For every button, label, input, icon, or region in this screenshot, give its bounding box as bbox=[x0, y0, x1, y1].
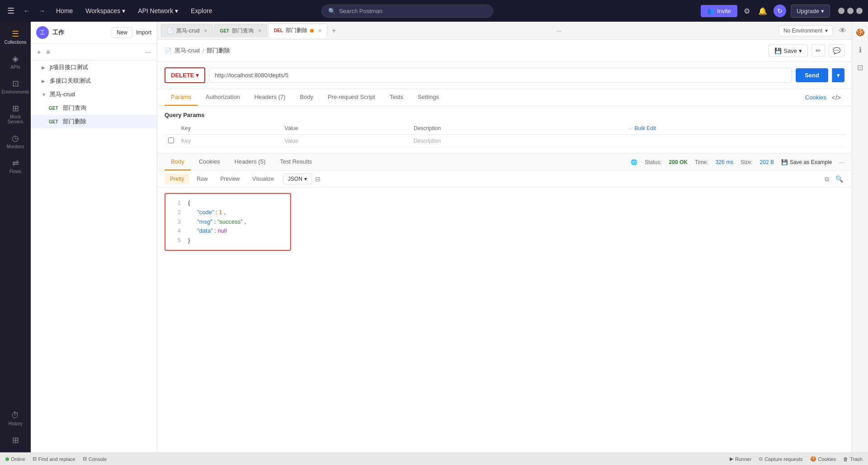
notification-button[interactable]: 🔔 bbox=[756, 5, 769, 17]
format-tab-pretty[interactable]: Pretty bbox=[165, 174, 189, 184]
eye-button[interactable]: 👁 bbox=[837, 25, 848, 37]
forward-button[interactable]: → bbox=[37, 5, 47, 16]
runner-button[interactable]: ▶ Runner bbox=[730, 456, 751, 462]
send-button[interactable]: Send bbox=[796, 68, 828, 82]
new-collection-button[interactable]: New bbox=[112, 27, 132, 38]
tab-more-button[interactable]: ··· bbox=[555, 25, 564, 36]
tab-close-button[interactable]: × bbox=[258, 28, 261, 34]
tree-item-heima[interactable]: ▼ 黑马-crud bbox=[31, 88, 157, 101]
tab-settings[interactable]: Settings bbox=[411, 89, 445, 106]
row-checkbox[interactable] bbox=[165, 135, 178, 148]
resp-tab-headers[interactable]: Headers (5) bbox=[228, 154, 272, 170]
tab-tests[interactable]: Tests bbox=[383, 89, 410, 106]
send-dropdown-button[interactable]: ▾ bbox=[832, 68, 844, 82]
sidebar-item-flows[interactable]: ⇌ Flows bbox=[2, 155, 29, 178]
format-tab-raw[interactable]: Raw bbox=[191, 174, 213, 184]
save-example-icon: 💾 bbox=[781, 159, 788, 165]
capture-requests-button[interactable]: ⊙ Capture requests bbox=[759, 456, 802, 462]
home-link[interactable]: Home bbox=[52, 5, 76, 16]
params-title: Query Params bbox=[165, 112, 844, 118]
tab-del-dept[interactable]: DEL 部门删除 × bbox=[268, 23, 327, 38]
upgrade-button[interactable]: Upgrade ▾ bbox=[791, 5, 830, 18]
tab-heima-crud[interactable]: 📄 黑马-crud × bbox=[161, 24, 213, 38]
bulk-edit-button[interactable]: Bulk Edit bbox=[635, 125, 656, 132]
back-button[interactable]: ← bbox=[22, 5, 32, 16]
json-format-selector[interactable]: JSON ▾ bbox=[283, 174, 312, 184]
collections-more-button[interactable]: ··· bbox=[144, 47, 151, 56]
cookies-icon: 🍪 bbox=[810, 456, 816, 462]
api-network-dropdown[interactable]: API Network ▾ bbox=[134, 5, 182, 16]
search-bar[interactable]: 🔍 Search Postman bbox=[321, 5, 493, 18]
format-tab-preview[interactable]: Preview bbox=[215, 174, 245, 184]
maximize-button[interactable] bbox=[847, 8, 854, 14]
sidebar-item-apis[interactable]: ◈ APIs bbox=[2, 50, 29, 73]
console-button[interactable]: ⊟ Console bbox=[83, 456, 107, 462]
explore-link[interactable]: Explore bbox=[187, 5, 216, 16]
tree-item-multi[interactable]: ▶ 多接口关联测试 bbox=[31, 74, 157, 88]
tab-close-button[interactable]: × bbox=[318, 28, 321, 34]
invite-button[interactable]: 👥 Invite bbox=[701, 5, 737, 17]
sidebar-item-environments[interactable]: ⊡ Environments bbox=[2, 75, 29, 98]
workspaces-dropdown[interactable]: Workspaces ▾ bbox=[82, 5, 129, 16]
resp-tab-test-results[interactable]: Test Results bbox=[274, 154, 318, 170]
filter-button[interactable]: ≡ bbox=[45, 47, 51, 56]
copy-response-button[interactable]: ⧉ bbox=[823, 174, 830, 184]
response-more-button[interactable]: ··· bbox=[839, 159, 844, 166]
tree-item-jt[interactable]: ▶ jt项目接口测试 bbox=[31, 61, 157, 74]
sidebar-item-collections[interactable]: ☰ Collections bbox=[2, 25, 29, 48]
edit-button[interactable]: ✏ bbox=[811, 44, 825, 57]
add-tab-button[interactable]: + bbox=[328, 25, 340, 37]
tab-headers[interactable]: Headers (7) bbox=[248, 89, 292, 106]
value-cell[interactable]: Value bbox=[281, 135, 410, 148]
sync-button[interactable]: ↻ bbox=[774, 5, 786, 17]
tab-body[interactable]: Body bbox=[293, 89, 320, 106]
collections-label: Collections bbox=[5, 40, 27, 45]
menu-button[interactable]: ☰ bbox=[5, 4, 16, 18]
method-selector[interactable]: DELETE ▾ bbox=[165, 67, 205, 83]
status-value: 200 OK bbox=[669, 159, 688, 165]
save-as-example-button[interactable]: 💾 Save as Example bbox=[781, 159, 832, 165]
settings-button[interactable]: ⚙ bbox=[742, 5, 752, 17]
environment-selector[interactable]: No Environment ▾ bbox=[778, 25, 833, 36]
tab-get-dept[interactable]: GET 部门查询 × bbox=[214, 24, 267, 38]
right-panel-env-button[interactable]: ⊡ bbox=[854, 61, 866, 75]
search-response-button[interactable]: 🔍 bbox=[834, 174, 844, 184]
close-button[interactable] bbox=[856, 8, 863, 14]
online-status[interactable]: Online bbox=[5, 456, 25, 462]
url-input[interactable] bbox=[209, 68, 792, 83]
value-col-header: Value bbox=[281, 122, 410, 135]
find-replace-button[interactable]: ⊟ Find and replace bbox=[33, 456, 75, 462]
trash-button[interactable]: 🗑 Trash bbox=[843, 456, 863, 462]
tree-item-get-dept[interactable]: GET 部门查询 bbox=[31, 101, 157, 115]
resp-tab-cookies[interactable]: Cookies bbox=[193, 154, 226, 170]
code-button[interactable]: </> bbox=[828, 90, 844, 105]
monitors-label: Monitors bbox=[7, 144, 24, 149]
tree-item-del-dept[interactable]: GET 部门删除 bbox=[31, 115, 157, 128]
save-button[interactable]: 💾 Save ▾ bbox=[769, 44, 808, 57]
sidebar-item-mock-servers[interactable]: ⊞ Mock Servers bbox=[2, 100, 29, 128]
cookies-button[interactable]: 🍪 Cookies bbox=[810, 456, 836, 462]
filter-response-button[interactable]: ⊟ bbox=[314, 174, 322, 184]
right-panel-cookies-button[interactable]: 🍪 bbox=[853, 25, 868, 39]
tab-params[interactable]: Params bbox=[165, 89, 198, 106]
tab-authorization[interactable]: Authorization bbox=[199, 89, 246, 106]
desc-cell[interactable]: Description bbox=[410, 135, 624, 148]
key-cell[interactable]: Key bbox=[178, 135, 281, 148]
key-col-header: Key bbox=[178, 122, 281, 135]
sidebar-item-extensions[interactable]: ⊞ bbox=[2, 432, 29, 449]
resp-tab-body[interactable]: Body bbox=[165, 154, 191, 170]
right-panel-info-button[interactable]: ℹ bbox=[856, 43, 864, 57]
arrow-icon: ▼ bbox=[42, 92, 47, 97]
format-bar: Pretty Raw Preview Visualize JSON ▾ ⊟ ⧉ … bbox=[157, 171, 852, 188]
comment-button[interactable]: 💬 bbox=[829, 44, 844, 57]
minimize-button[interactable] bbox=[838, 8, 844, 14]
format-tab-visualize[interactable]: Visualize bbox=[247, 174, 279, 184]
tab-close-button[interactable]: × bbox=[204, 28, 207, 34]
cookies-link[interactable]: Cookies bbox=[805, 94, 826, 101]
import-button[interactable]: Import bbox=[136, 29, 151, 36]
add-collection-button[interactable]: + bbox=[36, 47, 42, 56]
tab-pre-request-script[interactable]: Pre-request Script bbox=[321, 89, 382, 106]
chevron-down-icon: ▾ bbox=[825, 28, 828, 34]
sidebar-item-monitors[interactable]: ◷ Monitors bbox=[2, 130, 29, 153]
sidebar-item-history[interactable]: ⏱ History bbox=[2, 407, 29, 430]
